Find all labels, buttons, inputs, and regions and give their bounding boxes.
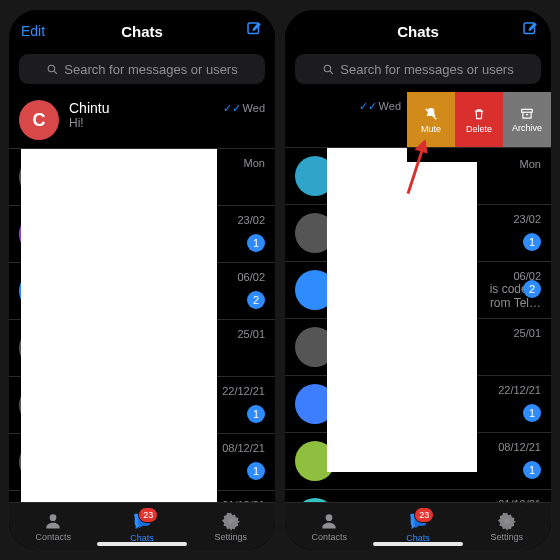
chat-list[interactable]: C Chintu ✓✓Wed Hi! Mon 23/02 1 06/02 2 2…	[9, 92, 275, 502]
chats-badge: 23	[138, 507, 158, 523]
archive-button[interactable]: Archive	[503, 92, 551, 147]
chat-row[interactable]: 01/12/21 1	[285, 490, 551, 502]
svg-point-10	[326, 514, 333, 521]
svg-line-7	[330, 71, 333, 74]
unread-badge: 1	[247, 405, 265, 423]
chat-preview: Hi!	[69, 116, 265, 130]
unread-badge: 1	[247, 462, 265, 480]
navbar: Edit Chats	[9, 10, 275, 48]
compose-button[interactable]	[521, 20, 539, 42]
avatar	[295, 498, 335, 502]
settings-icon	[497, 511, 517, 531]
redaction-overlay	[327, 148, 407, 162]
chat-date: Mon	[244, 157, 265, 169]
home-indicator	[97, 542, 187, 546]
svg-point-1	[48, 65, 55, 72]
contacts-icon	[319, 511, 339, 531]
chats-badge: 23	[414, 507, 434, 523]
chat-date: 08/12/21	[498, 441, 541, 453]
phone-left: Edit Chats Search for messages or users …	[9, 10, 275, 550]
search-icon	[322, 63, 335, 76]
chat-date: 22/12/21	[498, 384, 541, 396]
search-placeholder: Search for messages or users	[340, 62, 513, 77]
search-input[interactable]: Search for messages or users	[19, 54, 265, 84]
unread-badge: 1	[523, 461, 541, 479]
svg-rect-9	[522, 109, 533, 112]
tab-settings[interactable]: Settings	[186, 503, 275, 550]
tab-contacts[interactable]: Contacts	[285, 503, 374, 550]
tab-contacts[interactable]: Contacts	[9, 503, 98, 550]
chat-date: 23/02	[513, 213, 541, 225]
page-title: Chats	[285, 23, 551, 40]
chat-date: 25/01	[513, 327, 541, 339]
chat-date: 08/12/21	[222, 442, 265, 454]
search-icon	[46, 63, 59, 76]
phone-right: Edit Chats Search for messages or users …	[285, 10, 551, 550]
svg-line-2	[54, 71, 57, 74]
delete-button[interactable]: Delete	[455, 92, 503, 147]
chat-name: Chintu	[69, 100, 109, 116]
edit-button[interactable]: Edit	[21, 23, 45, 39]
unread-badge: 1	[523, 233, 541, 251]
trash-icon	[472, 106, 486, 122]
search-input[interactable]: Search for messages or users	[295, 54, 541, 84]
contacts-icon	[43, 511, 63, 531]
home-indicator	[373, 542, 463, 546]
chat-row-swiped[interactable]: ✓✓Wed Mute Delete Archive	[285, 92, 551, 148]
chat-date: Mon	[520, 158, 541, 170]
svg-point-3	[50, 514, 57, 521]
mute-icon	[423, 106, 439, 122]
unread-badge: 1	[523, 404, 541, 422]
mute-button[interactable]: Mute	[407, 92, 455, 147]
tab-settings[interactable]: Settings	[462, 503, 551, 550]
avatar: C	[19, 100, 59, 140]
svg-point-6	[324, 65, 331, 72]
read-ticks-icon: ✓✓	[359, 100, 377, 112]
chat-date: 25/01	[237, 328, 265, 340]
archive-icon	[519, 107, 535, 121]
settings-badge	[235, 507, 245, 509]
search-placeholder: Search for messages or users	[64, 62, 237, 77]
chat-date: 23/02	[237, 214, 265, 226]
chat-list[interactable]: ✓✓Wed Mute Delete Archive xMonjoined Tel…	[285, 92, 551, 502]
chat-date: ✓✓Wed	[223, 102, 265, 115]
chat-date: 01/12/21	[222, 499, 265, 502]
chat-row[interactable]: C Chintu ✓✓Wed Hi!	[9, 92, 275, 149]
navbar: Edit Chats	[285, 10, 551, 48]
settings-badge	[511, 507, 521, 509]
chat-date: ✓✓Wed	[359, 100, 401, 113]
swipe-actions: Mute Delete Archive	[407, 92, 551, 147]
compose-button[interactable]	[245, 20, 263, 42]
read-ticks-icon: ✓✓	[223, 102, 241, 114]
redaction-overlay	[327, 162, 477, 472]
unread-badge: 2	[247, 291, 265, 309]
settings-icon	[221, 511, 241, 531]
page-title: Chats	[9, 23, 275, 40]
unread-badge: 1	[247, 234, 265, 252]
chat-date: 22/12/21	[222, 385, 265, 397]
chat-date: 01/12/21	[498, 498, 541, 502]
unread-badge: 2	[523, 280, 541, 298]
redaction-overlay	[21, 149, 217, 502]
chat-date: 06/02	[237, 271, 265, 283]
